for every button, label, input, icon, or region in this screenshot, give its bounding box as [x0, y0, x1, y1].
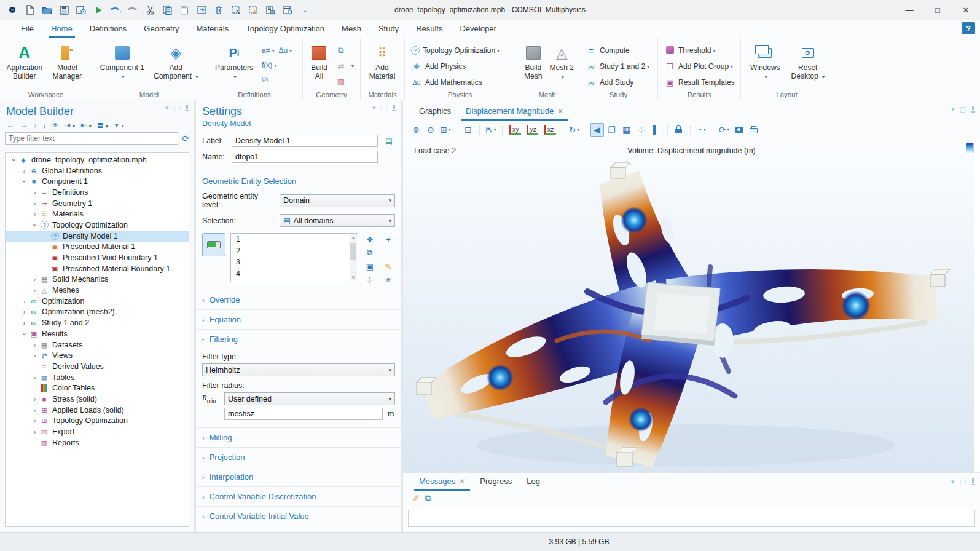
pin-icon[interactable]: [185, 105, 189, 111]
tree-item[interactable]: ▣Prescribed Material 1: [6, 242, 189, 253]
remove-details-button[interactable]: ▥: [333, 74, 356, 89]
move-down-button[interactable]: ↓: [43, 121, 47, 130]
show-axes-button[interactable]: ⊹: [635, 123, 648, 137]
paste-selection-button[interactable]: ▣: [363, 260, 377, 272]
cut-button[interactable]: [143, 2, 157, 17]
tree-item[interactable]: ›▱Geometry 1: [6, 198, 189, 209]
close-tab-icon[interactable]: ✕: [459, 477, 465, 486]
windows-button[interactable]: Windows▾: [746, 41, 784, 81]
active-selection-toggle[interactable]: [202, 233, 225, 256]
expand-icon[interactable]: ›: [30, 406, 39, 414]
tree-item[interactable]: ›⊞Topology Optimization: [6, 416, 189, 427]
close-tab-icon[interactable]: ✕: [557, 107, 563, 116]
tree-item[interactable]: Color Tables: [6, 383, 189, 394]
clear-messages-button[interactable]: ✎: [410, 494, 420, 502]
compute-button[interactable]: =Compute: [583, 43, 652, 58]
copy-selection-button[interactable]: ⧉: [363, 247, 377, 259]
filter-radius-input[interactable]: [224, 408, 383, 420]
go-to-view-button[interactable]: ⇱▾: [484, 123, 498, 137]
tree-item[interactable]: ›▤Export: [6, 426, 189, 437]
filter-button[interactable]: ▼▾: [114, 122, 124, 129]
rename-button[interactable]: ▤: [383, 135, 395, 146]
model-tree-nodes-button[interactable]: ≣▾: [97, 121, 108, 130]
run-button[interactable]: [91, 2, 106, 17]
section-equation[interactable]: ›Equation: [196, 309, 401, 329]
menu-home[interactable]: Home: [42, 20, 81, 38]
expand-icon[interactable]: ›: [30, 341, 39, 349]
view-yz-button[interactable]: yz: [525, 123, 541, 137]
tab-graphics[interactable]: Graphics: [413, 103, 457, 121]
undo-button[interactable]: [108, 2, 123, 17]
section-filtering[interactable]: ›Filtering: [196, 329, 401, 349]
domain-list-item[interactable]: 4: [236, 269, 349, 281]
tree-item[interactable]: ›△Meshes: [6, 285, 189, 296]
collapse-icon[interactable]: ›: [10, 155, 18, 164]
tab-progress[interactable]: Progress: [474, 473, 518, 491]
tree-item[interactable]: ›⊕Global Definitions: [6, 165, 189, 176]
domain-list-item[interactable]: 2: [236, 247, 349, 258]
zoom-box-button[interactable]: ⊞▾: [439, 123, 452, 137]
refresh-icon[interactable]: ⟳: [182, 133, 189, 143]
domain-selection-list[interactable]: ▲▼ 1234: [230, 233, 358, 282]
section-control-variable-discretization[interactable]: ›Control Variable Discretization: [196, 486, 401, 506]
visibility-button[interactable]: 👁: [382, 274, 395, 286]
forward-button[interactable]: →: [20, 121, 28, 130]
preview-report-button[interactable]: [263, 2, 278, 17]
label-input[interactable]: [232, 135, 378, 147]
expand-all-button[interactable]: ⇤▾: [80, 121, 92, 130]
create-selection-button[interactable]: ❖: [363, 233, 377, 245]
collapse-icon[interactable]: ›: [21, 329, 28, 338]
color-legend-button[interactable]: ▌: [649, 123, 663, 137]
float-panel-icon[interactable]: ▢: [960, 478, 966, 486]
expand-icon[interactable]: ›: [30, 417, 39, 424]
zoom-extents-button[interactable]: ⊡: [461, 123, 475, 137]
parameters-button[interactable]: Pi Parameters▾: [210, 41, 258, 81]
update-plot-button[interactable]: ⟳▾: [718, 123, 731, 137]
add-material-button[interactable]: ⠿ Add Material: [364, 41, 400, 81]
entity-level-dropdown[interactable]: Domain▾: [280, 194, 395, 207]
nonlocal-couplings-button[interactable]: Δu: [278, 46, 288, 55]
float-panel-icon[interactable]: ▢: [174, 104, 180, 112]
toolbar-overflow-button[interactable]: ⌄: [297, 2, 312, 17]
domain-list-item[interactable]: 3: [236, 258, 349, 269]
menu-study[interactable]: Study: [370, 20, 407, 38]
add-plot-group-button[interactable]: ❐Add Plot Group▾: [662, 59, 737, 74]
messages-output[interactable]: [408, 510, 975, 527]
color-theme-button[interactable]: ◔▾: [695, 123, 708, 137]
tree-item[interactable]: ›⠿Materials: [6, 208, 189, 220]
menu-topology-optimization[interactable]: Topology Optimization: [237, 20, 333, 38]
remove-from-selection-button[interactable]: −: [382, 247, 395, 259]
build-mesh-button[interactable]: Build Mesh: [519, 41, 547, 81]
menu-geometry[interactable]: Geometry: [135, 20, 187, 38]
expand-icon[interactable]: ›: [30, 210, 39, 218]
study-1-and-2-button[interactable]: ∞Study 1 and 2▾: [583, 59, 652, 74]
section-override[interactable]: ›Override: [196, 290, 401, 309]
minimize-button[interactable]: —: [895, 0, 923, 20]
tree-item[interactable]: ›⊞Applied Loads (solid): [6, 405, 189, 416]
zoom-in-button[interactable]: ⊕: [409, 123, 423, 137]
move-up-button[interactable]: ↑: [33, 121, 37, 130]
add-study-button[interactable]: ∞Add Study: [583, 75, 652, 90]
component-1-button[interactable]: Component 1 ▾: [100, 41, 145, 81]
collapse-all-button[interactable]: ⇥▾: [64, 121, 75, 130]
name-input[interactable]: [232, 151, 378, 163]
tree-item[interactable]: ›▦Tables: [6, 372, 189, 383]
lock-view-button[interactable]: [672, 123, 686, 137]
transparency-button[interactable]: ❐: [605, 123, 619, 137]
tree-item[interactable]: ›∞Study 1 and 2: [6, 317, 189, 328]
mesh-2-button[interactable]: ◬ Mesh 2 ▾: [548, 41, 575, 81]
float-panel-icon[interactable]: ▢: [960, 105, 966, 113]
filter-radius-mode-dropdown[interactable]: User defined▾: [224, 392, 395, 405]
expand-icon[interactable]: ›: [30, 352, 39, 359]
back-button[interactable]: ←: [6, 121, 14, 130]
expand-icon[interactable]: ›: [20, 308, 29, 315]
section-interpolation[interactable]: ›Interpolation: [196, 467, 401, 486]
add-to-selection-button[interactable]: +: [382, 233, 395, 245]
float-panel-icon[interactable]: ▢: [381, 104, 387, 112]
tree-item[interactable]: ›■Stress (solid): [6, 394, 189, 405]
preview-table-button[interactable]: [280, 2, 295, 17]
expand-icon[interactable]: ›: [20, 167, 29, 175]
pin-icon[interactable]: [971, 478, 975, 485]
menu-materials[interactable]: Materials: [187, 20, 237, 38]
tree-item[interactable]: ›▤Solid Mechanics: [6, 274, 189, 285]
